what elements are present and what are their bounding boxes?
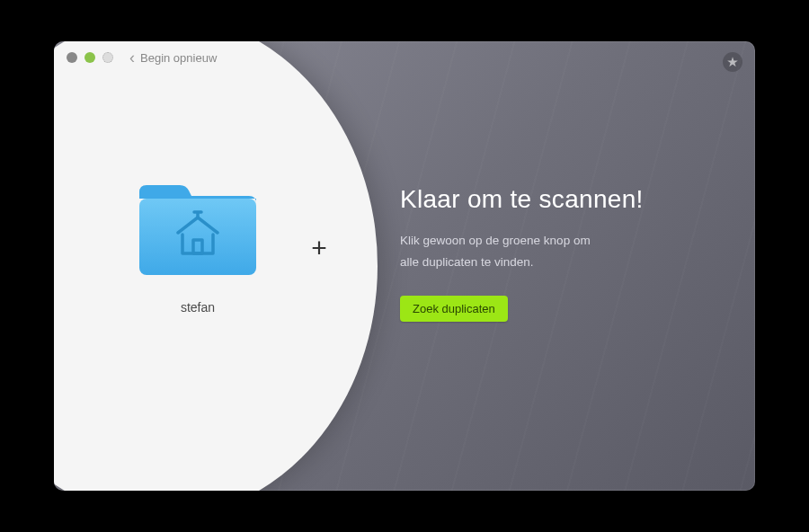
back-label: Begin opnieuw [140,51,217,65]
folder-icon [130,176,265,284]
window-controls [67,52,113,63]
page-description: Klik gewoon op de groene knop om alle du… [400,230,719,274]
back-navigation[interactable]: ‹ Begin opnieuw [129,49,217,67]
svg-rect-0 [139,199,256,275]
favorites-button[interactable] [723,52,742,72]
add-folder-button[interactable]: + [301,230,337,266]
minimize-window-button[interactable] [84,52,95,63]
chevron-left-icon: ‹ [129,49,135,67]
description-line: Klik gewoon op de groene knop om [400,230,719,252]
page-heading: Klaar om te scannen! [400,185,719,214]
selected-folder[interactable]: stefan [108,176,288,315]
plus-icon: + [311,233,327,263]
maximize-window-button[interactable] [102,52,113,63]
main-content: Klaar om te scannen! Klik gewoon op de g… [400,185,719,322]
star-icon [726,56,739,68]
app-window: ‹ Begin opnieuw [54,41,755,491]
folder-name: stefan [181,300,215,315]
description-line: alle duplicaten te vinden. [400,252,719,273]
scan-duplicates-button[interactable]: Zoek duplicaten [400,296,508,322]
close-window-button[interactable] [67,52,77,63]
titlebar: ‹ Begin opnieuw [54,41,755,74]
